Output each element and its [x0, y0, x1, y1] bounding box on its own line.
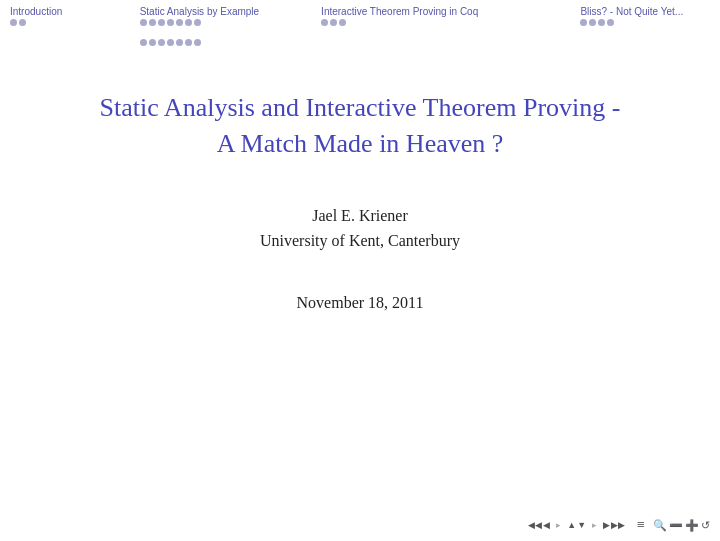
prev-button[interactable]: ◀ [543, 520, 550, 530]
dot [176, 39, 183, 46]
dot [194, 19, 201, 26]
slide-title-line2: A Match Made in Heaven ? [217, 129, 504, 158]
author-affiliation: University of Kent, Canterbury [260, 228, 460, 254]
nav-separator2: ▸ [592, 520, 597, 530]
prev-nav-group[interactable]: ◀◀ ◀ [528, 520, 550, 530]
refresh-icon[interactable]: ↺ [701, 519, 710, 532]
dot [140, 39, 147, 46]
up-button[interactable]: ▲ [567, 520, 576, 530]
author-info: Jael E. Kriener University of Kent, Cant… [260, 203, 460, 254]
dot [167, 19, 174, 26]
nav-dots-theorem-proving [321, 19, 401, 26]
slide-content: Static Analysis and Interactive Theorem … [0, 70, 720, 332]
nav-dots-introduction [10, 19, 90, 26]
bottom-icons: 🔍 ➖ ➕ ↺ [653, 519, 710, 532]
dot [149, 19, 156, 26]
dot [10, 19, 17, 26]
nav-separator: ▸ [556, 520, 561, 530]
down-button[interactable]: ▼ [577, 520, 586, 530]
dot [140, 19, 147, 26]
dot [149, 39, 156, 46]
next-button[interactable]: ▶ [603, 520, 610, 530]
dot [598, 19, 605, 26]
nav-title-introduction: Introduction [10, 6, 140, 17]
nav-dots-static-analysis [140, 19, 210, 46]
nav-bar: Introduction Static Analysis by Example [0, 0, 720, 50]
beamer-logo: ≡ [637, 517, 645, 533]
nav-item-bliss[interactable]: Bliss? - Not Quite Yet... [580, 6, 710, 26]
nav-item-introduction[interactable]: Introduction [10, 6, 140, 26]
dot [158, 39, 165, 46]
dot [321, 19, 328, 26]
dot [185, 19, 192, 26]
slide-date: November 18, 2011 [297, 294, 424, 312]
slide-title: Static Analysis and Interactive Theorem … [100, 90, 621, 163]
dot [330, 19, 337, 26]
next-skip-button[interactable]: ▶▶ [611, 520, 625, 530]
dot [194, 39, 201, 46]
bottom-nav-bar: ◀◀ ◀ ▸ ▲ ▼ ▸ ▶ ▶▶ ≡ 🔍 ➖ ➕ ↺ [528, 517, 710, 533]
zoom-plus-icon[interactable]: ➕ [685, 519, 699, 532]
dot [176, 19, 183, 26]
next-nav-group[interactable]: ▶ ▶▶ [603, 520, 625, 530]
nav-item-static-analysis[interactable]: Static Analysis by Example [140, 6, 321, 46]
dot [158, 19, 165, 26]
dot [607, 19, 614, 26]
dot [19, 19, 26, 26]
nav-dots-bliss [580, 19, 660, 26]
dot [339, 19, 346, 26]
slide-title-line1: Static Analysis and Interactive Theorem … [100, 93, 621, 122]
prev-skip-button[interactable]: ◀◀ [528, 520, 542, 530]
dot [167, 39, 174, 46]
up-down-group[interactable]: ▲ ▼ [567, 520, 586, 530]
magnify-icon[interactable]: 🔍 [653, 519, 667, 532]
nav-title-bliss: Bliss? - Not Quite Yet... [580, 6, 710, 17]
author-name: Jael E. Kriener [260, 203, 460, 229]
dot [185, 39, 192, 46]
nav-title-static-analysis: Static Analysis by Example [140, 6, 321, 17]
dot [580, 19, 587, 26]
dot [589, 19, 596, 26]
zoom-minus-icon[interactable]: ➖ [669, 519, 683, 532]
nav-title-theorem-proving: Interactive Theorem Proving in Coq [321, 6, 580, 17]
nav-item-theorem-proving[interactable]: Interactive Theorem Proving in Coq [321, 6, 580, 26]
